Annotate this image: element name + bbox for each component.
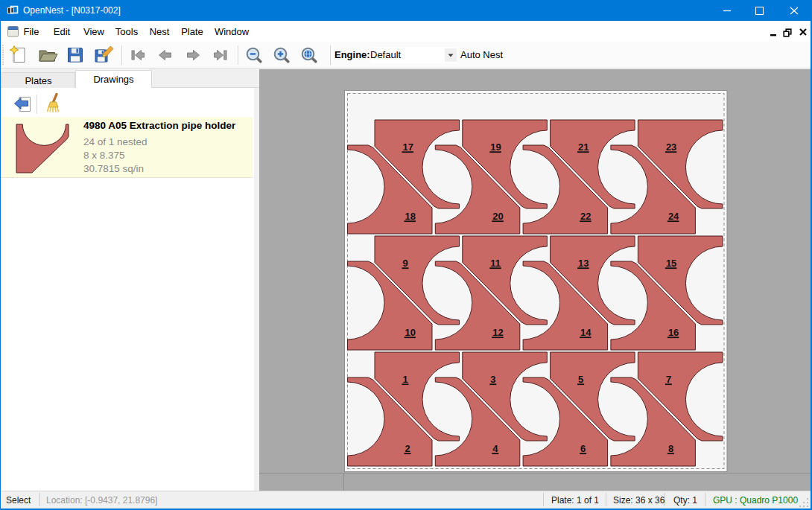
svg-text:20: 20 [492,211,503,222]
svg-text:2: 2 [405,443,410,454]
svg-text:1: 1 [403,374,408,385]
svg-text:17: 17 [403,141,413,153]
svg-text:5: 5 [578,374,583,385]
svg-text:8: 8 [668,443,673,454]
svg-text:13: 13 [578,258,589,269]
svg-text:4: 4 [492,443,498,454]
svg-text:24: 24 [668,211,679,222]
svg-text:15: 15 [666,258,676,269]
svg-text:9: 9 [403,258,408,269]
svg-text:22: 22 [580,211,591,222]
svg-text:14: 14 [580,327,591,338]
svg-text:7: 7 [666,374,671,385]
svg-text:3: 3 [490,374,495,385]
svg-text:18: 18 [405,211,416,222]
svg-text:11: 11 [490,258,501,269]
svg-text:21: 21 [578,141,589,153]
svg-text:19: 19 [490,141,501,153]
svg-text:16: 16 [668,327,679,338]
svg-text:12: 12 [492,327,503,338]
svg-text:23: 23 [666,141,676,153]
svg-text:6: 6 [580,443,586,454]
svg-text:10: 10 [405,327,416,338]
